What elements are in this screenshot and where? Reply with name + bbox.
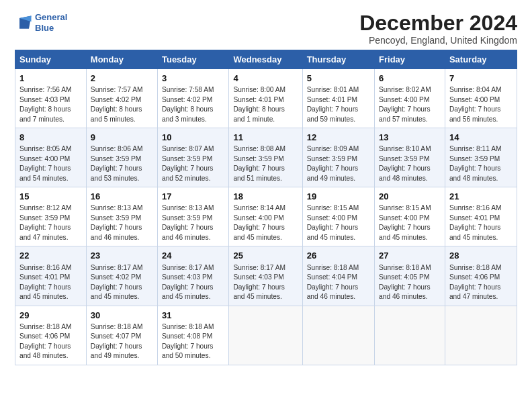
day-info: Sunrise: 8:15 AM Sunset: 4:00 PM Dayligh…	[379, 203, 441, 242]
day-number: 22	[19, 250, 82, 262]
calendar-body: 1Sunrise: 7:56 AM Sunset: 4:03 PM Daylig…	[15, 69, 517, 365]
day-number: 11	[233, 132, 298, 144]
day-info: Sunrise: 8:01 AM Sunset: 4:01 PM Dayligh…	[307, 85, 370, 124]
day-info: Sunrise: 8:11 AM Sunset: 3:59 PM Dayligh…	[449, 144, 513, 183]
calendar-cell: 26Sunrise: 8:18 AM Sunset: 4:04 PM Dayli…	[302, 246, 374, 306]
calendar-cell: 27Sunrise: 8:18 AM Sunset: 4:05 PM Dayli…	[375, 246, 445, 306]
calendar-cell: 13Sunrise: 8:10 AM Sunset: 3:59 PM Dayli…	[375, 128, 445, 187]
day-info: Sunrise: 8:08 AM Sunset: 3:59 PM Dayligh…	[233, 144, 298, 183]
calendar-cell: 2Sunrise: 7:57 AM Sunset: 4:02 PM Daylig…	[86, 69, 157, 128]
day-info: Sunrise: 8:18 AM Sunset: 4:06 PM Dayligh…	[19, 322, 82, 361]
calendar-cell	[445, 306, 517, 365]
day-number: 19	[307, 191, 370, 203]
day-number: 5	[307, 73, 370, 85]
calendar-week-3: 15Sunrise: 8:12 AM Sunset: 3:59 PM Dayli…	[15, 187, 517, 246]
calendar-cell: 8Sunrise: 8:05 AM Sunset: 4:00 PM Daylig…	[15, 128, 87, 187]
calendar-cell: 3Sunrise: 7:58 AM Sunset: 4:02 PM Daylig…	[157, 69, 228, 128]
calendar-cell: 25Sunrise: 8:17 AM Sunset: 4:03 PM Dayli…	[229, 246, 302, 306]
month-title: December 2024	[359, 12, 517, 34]
header: General Blue December 2024 Pencoyd, Engl…	[15, 12, 517, 46]
day-number: 9	[91, 132, 153, 144]
day-info: Sunrise: 8:17 AM Sunset: 4:03 PM Dayligh…	[162, 263, 224, 302]
calendar-week-1: 1Sunrise: 7:56 AM Sunset: 4:03 PM Daylig…	[15, 69, 517, 128]
day-number: 23	[91, 250, 153, 262]
day-info: Sunrise: 8:14 AM Sunset: 4:00 PM Dayligh…	[233, 203, 298, 242]
logo-text: General Blue	[35, 12, 67, 33]
calendar-cell: 24Sunrise: 8:17 AM Sunset: 4:03 PM Dayli…	[157, 246, 228, 306]
day-number: 24	[162, 250, 224, 262]
day-number: 28	[449, 250, 513, 262]
calendar-cell: 17Sunrise: 8:13 AM Sunset: 3:59 PM Dayli…	[157, 187, 228, 246]
day-number: 16	[91, 191, 153, 203]
day-number: 31	[162, 310, 224, 322]
col-tuesday: Tuesday	[157, 50, 228, 69]
header-row: Sunday Monday Tuesday Wednesday Thursday…	[15, 50, 517, 69]
day-number: 18	[233, 191, 298, 203]
calendar-header: Sunday Monday Tuesday Wednesday Thursday…	[15, 50, 517, 69]
calendar-cell: 18Sunrise: 8:14 AM Sunset: 4:00 PM Dayli…	[229, 187, 302, 246]
calendar-cell: 10Sunrise: 8:07 AM Sunset: 3:59 PM Dayli…	[157, 128, 228, 187]
day-number: 27	[379, 250, 441, 262]
day-info: Sunrise: 7:58 AM Sunset: 4:02 PM Dayligh…	[162, 85, 224, 124]
calendar-cell: 1Sunrise: 7:56 AM Sunset: 4:03 PM Daylig…	[15, 69, 87, 128]
calendar-cell: 6Sunrise: 8:02 AM Sunset: 4:00 PM Daylig…	[375, 69, 445, 128]
day-number: 6	[379, 73, 441, 85]
calendar-cell: 30Sunrise: 8:18 AM Sunset: 4:07 PM Dayli…	[86, 306, 157, 365]
calendar-cell: 29Sunrise: 8:18 AM Sunset: 4:06 PM Dayli…	[15, 306, 87, 365]
calendar-cell: 5Sunrise: 8:01 AM Sunset: 4:01 PM Daylig…	[302, 69, 374, 128]
day-info: Sunrise: 8:18 AM Sunset: 4:08 PM Dayligh…	[162, 322, 224, 361]
calendar-cell: 12Sunrise: 8:09 AM Sunset: 3:59 PM Dayli…	[302, 128, 374, 187]
day-info: Sunrise: 7:56 AM Sunset: 4:03 PM Dayligh…	[19, 85, 82, 124]
day-info: Sunrise: 8:02 AM Sunset: 4:00 PM Dayligh…	[379, 85, 441, 124]
day-number: 8	[19, 132, 82, 144]
day-number: 3	[162, 73, 224, 85]
day-number: 2	[91, 73, 153, 85]
calendar-cell: 11Sunrise: 8:08 AM Sunset: 3:59 PM Dayli…	[229, 128, 302, 187]
day-info: Sunrise: 8:12 AM Sunset: 3:59 PM Dayligh…	[19, 203, 82, 242]
day-number: 1	[19, 73, 82, 85]
day-info: Sunrise: 8:17 AM Sunset: 4:03 PM Dayligh…	[233, 263, 298, 302]
calendar-cell: 28Sunrise: 8:18 AM Sunset: 4:06 PM Dayli…	[445, 246, 517, 306]
calendar-week-4: 22Sunrise: 8:16 AM Sunset: 4:01 PM Dayli…	[15, 246, 517, 306]
day-info: Sunrise: 8:18 AM Sunset: 4:07 PM Dayligh…	[91, 322, 153, 361]
calendar-cell: 9Sunrise: 8:06 AM Sunset: 3:59 PM Daylig…	[86, 128, 157, 187]
day-info: Sunrise: 8:04 AM Sunset: 4:00 PM Dayligh…	[449, 85, 513, 124]
title-block: December 2024 Pencoyd, England, United K…	[359, 12, 517, 46]
day-info: Sunrise: 8:09 AM Sunset: 3:59 PM Dayligh…	[307, 144, 370, 183]
col-monday: Monday	[86, 50, 157, 69]
calendar-table: Sunday Monday Tuesday Wednesday Thursday…	[15, 50, 517, 365]
logo-icon	[15, 13, 34, 32]
col-thursday: Thursday	[302, 50, 374, 69]
calendar-cell: 31Sunrise: 8:18 AM Sunset: 4:08 PM Dayli…	[157, 306, 228, 365]
calendar-cell: 20Sunrise: 8:15 AM Sunset: 4:00 PM Dayli…	[375, 187, 445, 246]
day-info: Sunrise: 8:18 AM Sunset: 4:04 PM Dayligh…	[307, 263, 370, 302]
day-info: Sunrise: 8:18 AM Sunset: 4:06 PM Dayligh…	[449, 263, 513, 302]
day-number: 17	[162, 191, 224, 203]
calendar-cell: 16Sunrise: 8:13 AM Sunset: 3:59 PM Dayli…	[86, 187, 157, 246]
day-number: 20	[379, 191, 441, 203]
day-number: 7	[449, 73, 513, 85]
day-info: Sunrise: 8:13 AM Sunset: 3:59 PM Dayligh…	[162, 203, 224, 242]
calendar-cell: 21Sunrise: 8:16 AM Sunset: 4:01 PM Dayli…	[445, 187, 517, 246]
day-info: Sunrise: 8:16 AM Sunset: 4:01 PM Dayligh…	[19, 263, 82, 302]
day-info: Sunrise: 8:07 AM Sunset: 3:59 PM Dayligh…	[162, 144, 224, 183]
col-friday: Friday	[375, 50, 445, 69]
day-info: Sunrise: 8:16 AM Sunset: 4:01 PM Dayligh…	[449, 203, 513, 242]
day-number: 29	[19, 310, 82, 322]
day-info: Sunrise: 8:13 AM Sunset: 3:59 PM Dayligh…	[91, 203, 153, 242]
day-info: Sunrise: 7:57 AM Sunset: 4:02 PM Dayligh…	[91, 85, 153, 124]
calendar-cell: 4Sunrise: 8:00 AM Sunset: 4:01 PM Daylig…	[229, 69, 302, 128]
day-info: Sunrise: 8:06 AM Sunset: 3:59 PM Dayligh…	[91, 144, 153, 183]
day-info: Sunrise: 8:10 AM Sunset: 3:59 PM Dayligh…	[379, 144, 441, 183]
day-number: 10	[162, 132, 224, 144]
calendar-cell	[302, 306, 374, 365]
day-number: 13	[379, 132, 441, 144]
day-number: 26	[307, 250, 370, 262]
calendar-week-2: 8Sunrise: 8:05 AM Sunset: 4:00 PM Daylig…	[15, 128, 517, 187]
logo: General Blue	[15, 12, 67, 33]
day-number: 14	[449, 132, 513, 144]
col-wednesday: Wednesday	[229, 50, 302, 69]
calendar-cell: 14Sunrise: 8:11 AM Sunset: 3:59 PM Dayli…	[445, 128, 517, 187]
col-sunday: Sunday	[15, 50, 87, 69]
day-number: 25	[233, 250, 298, 262]
